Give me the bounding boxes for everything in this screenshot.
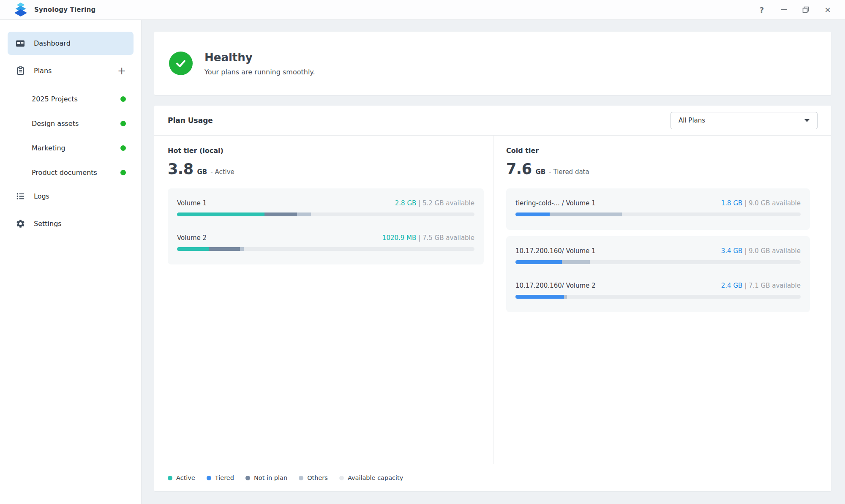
plan-label: Design assets <box>32 120 79 128</box>
volume-used: 2.4 GB <box>721 282 743 289</box>
volume-available: 5.2 GB available <box>422 199 474 207</box>
volume-name: 10.17.200.160/ Volume 2 <box>515 282 596 289</box>
volume-row: Volume 2 1020.9 MB | 7.5 GB available <box>177 234 474 251</box>
status-dot <box>120 96 126 102</box>
cold-tier-suffix: - Tiered data <box>549 168 589 176</box>
hot-tier-title: Hot tier (local) <box>168 147 484 155</box>
bar-segment-others <box>562 260 590 264</box>
sidebar-item-logs[interactable]: Logs <box>8 185 134 208</box>
legend-dot <box>339 476 344 480</box>
sidebar-plan-design-assets[interactable]: Design assets <box>8 111 134 136</box>
cold-tier-value: 7.6 <box>506 161 532 177</box>
bar-segment-not_in_plan <box>264 212 297 216</box>
plan-usage-card: Plan Usage All Plans Hot tier (local) 3.… <box>154 106 831 491</box>
sidebar-plan-2025-projects[interactable]: 2025 Projects <box>8 87 134 111</box>
plan-label: Marketing <box>32 144 65 152</box>
health-status-title: Healthy <box>204 51 315 64</box>
titlebar: Synology Tiering ? ✕ <box>0 0 845 20</box>
restore-icon[interactable] <box>801 5 810 14</box>
legend-dot <box>245 476 250 480</box>
usage-legend: Active Tiered Not in plan Others Availab… <box>154 464 831 491</box>
bar-segment-active <box>177 212 264 216</box>
minimize-icon[interactable] <box>779 5 788 14</box>
plan-filter-value: All Plans <box>679 117 705 124</box>
usage-bar <box>515 295 801 299</box>
legend-item-available-capacity: Available capacity <box>339 474 403 481</box>
dashboard-icon <box>15 38 25 49</box>
hot-volume-group: Volume 1 2.8 GB | 5.2 GB available <box>168 188 484 264</box>
volume-available: 7.1 GB available <box>749 282 801 289</box>
legend-item-active: Active <box>168 474 195 481</box>
sidebar-plan-product-documents[interactable]: Product documents <box>8 160 134 185</box>
sidebar-item-label: Dashboard <box>34 39 71 47</box>
cold-tier-unit: GB <box>536 168 546 176</box>
volume-available: 7.5 GB available <box>422 234 474 242</box>
window-controls: ? ✕ <box>757 5 832 14</box>
volume-used: 2.8 GB <box>395 199 417 207</box>
close-icon[interactable]: ✕ <box>823 5 832 14</box>
sidebar-item-dashboard[interactable]: Dashboard <box>8 32 134 55</box>
hot-tier-suffix: - Active <box>210 168 234 176</box>
cold-volume-group: 10.17.200.160/ Volume 1 3.4 GB | 9.0 GB … <box>506 236 810 312</box>
main-content: Healthy Your plans are running smoothly.… <box>142 20 845 504</box>
plan-label: 2025 Projects <box>32 95 78 103</box>
usage-bar <box>515 260 801 264</box>
app-window: Synology Tiering ? ✕ <box>0 0 845 504</box>
volume-name: 10.17.200.160/ Volume 1 <box>515 247 596 255</box>
status-dot <box>120 145 126 151</box>
bar-segment-others <box>550 212 622 216</box>
volume-used: 3.4 GB <box>721 247 743 255</box>
clipboard-icon <box>15 66 25 76</box>
cold-tier-section: Cold tier 7.6 GB - Tiered data tiering-c… <box>493 136 831 464</box>
bar-segment-tiered <box>515 212 550 216</box>
plan-usage-header: Plan Usage All Plans <box>154 106 831 136</box>
legend-dot <box>168 476 172 480</box>
legend-dot <box>299 476 303 480</box>
sidebar-item-plans[interactable]: Plans + <box>8 59 134 82</box>
plan-filter-dropdown[interactable]: All Plans <box>671 112 818 129</box>
bar-segment-others <box>564 295 567 299</box>
bar-segment-others <box>240 247 244 251</box>
volume-name: tiering-cold-... / Volume 1 <box>515 199 596 207</box>
bar-segment-tiered <box>515 295 564 299</box>
status-dot <box>120 121 126 126</box>
bar-segment-not_in_plan <box>209 247 240 251</box>
status-dot <box>120 170 126 175</box>
gear-icon <box>15 219 25 229</box>
add-plan-icon[interactable]: + <box>117 66 126 76</box>
healthy-check-icon <box>169 52 193 75</box>
logs-icon <box>15 191 25 202</box>
sidebar-plan-marketing[interactable]: Marketing <box>8 136 134 160</box>
synology-tiering-logo <box>13 3 29 17</box>
usage-bar <box>515 212 801 216</box>
legend-item-tiered: Tiered <box>207 474 234 481</box>
legend-item-others: Others <box>299 474 328 481</box>
volume-used: 1.8 GB <box>721 199 743 207</box>
sidebar-item-label: Settings <box>34 220 62 228</box>
usage-bar <box>177 212 474 216</box>
volume-row: 10.17.200.160/ Volume 1 3.4 GB | 9.0 GB … <box>515 247 801 264</box>
plan-usage-title: Plan Usage <box>168 116 213 125</box>
sidebar-item-settings[interactable]: Settings <box>8 212 134 235</box>
sidebar-item-label: Logs <box>34 192 49 200</box>
volume-available: 9.0 GB available <box>749 247 801 255</box>
bar-segment-others <box>297 212 311 216</box>
bar-segment-active <box>177 247 209 251</box>
health-status-message: Your plans are running smoothly. <box>204 68 315 76</box>
chevron-down-icon <box>804 119 810 122</box>
usage-bar <box>177 247 474 251</box>
hot-tier-unit: GB <box>197 168 207 176</box>
volume-row: Volume 1 2.8 GB | 5.2 GB available <box>177 199 474 216</box>
help-icon[interactable]: ? <box>757 5 766 14</box>
hot-tier-section: Hot tier (local) 3.8 GB - Active Volume … <box>154 136 493 464</box>
volume-used: 1020.9 MB <box>382 234 417 242</box>
volume-available: 9.0 GB available <box>749 199 801 207</box>
volume-row: 10.17.200.160/ Volume 2 2.4 GB | 7.1 GB … <box>515 282 801 299</box>
plan-label: Product documents <box>32 169 97 177</box>
bar-segment-tiered <box>515 260 562 264</box>
sidebar-item-label: Plans <box>34 67 52 75</box>
volume-name: Volume 2 <box>177 234 207 242</box>
legend-dot <box>207 476 211 480</box>
volume-row: tiering-cold-... / Volume 1 1.8 GB | 9.0… <box>515 199 801 216</box>
cold-tier-title: Cold tier <box>506 147 810 155</box>
